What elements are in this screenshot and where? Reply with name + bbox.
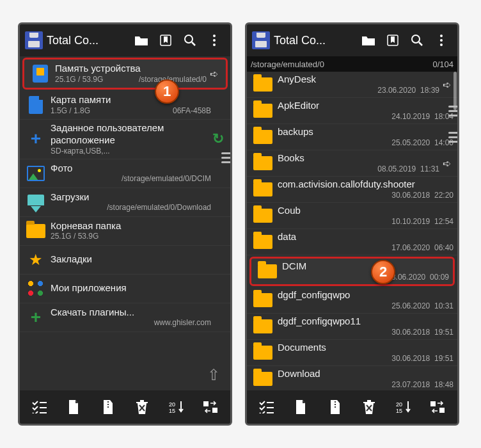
item-apps[interactable]: Мои приложения [20,275,230,303]
svg-point-1 [185,35,193,43]
bottom-toolbar: 2015 [20,390,230,424]
folder-row[interactable]: Coub 10.10.2019 12:54 [247,203,457,229]
svg-rect-28 [335,404,336,405]
svg-rect-35 [439,408,445,413]
folder-name: ApkEditor [278,100,453,112]
zip-icon[interactable] [95,394,122,420]
menu-icon[interactable] [430,28,452,53]
step-2-badge: 2 [371,260,395,284]
home-list: Память устройства 25.1G / 53.9G/storage/… [20,56,230,390]
folder-name: DCIM [282,260,449,273]
download-icon [28,195,44,210]
search-icon[interactable] [179,28,201,53]
bookmark-icon[interactable] [155,28,177,53]
step-1-badge: 1 [155,79,179,104]
folder-row[interactable]: data 17.06.2020 06:40 [247,229,457,255]
refresh-icon[interactable]: ↻ [212,131,224,147]
app-title: Total Co... [274,34,354,47]
new-folder-icon[interactable] [130,28,152,53]
folder-row[interactable]: backups 25.05.2020 14:00 [247,124,457,150]
folder-name: dgdf_configqwpo [278,289,453,301]
folder-row[interactable]: ApkEditor 24.10.2019 18:04 [247,98,457,124]
folder-row[interactable]: Books 08.05.2019 11:31➪ [247,150,457,177]
folder-name: data [278,231,453,243]
folder-name: dgdf_configqwpo11 [278,316,453,328]
apps-icon [28,280,44,297]
drag-handle-icon[interactable] [448,129,457,145]
transfer-icon[interactable] [424,394,451,420]
delete-icon[interactable] [129,394,155,420]
folder-icon [253,182,272,196]
svg-text:15: 15 [169,408,175,414]
zip-icon[interactable] [322,394,349,420]
svg-point-4 [213,39,216,42]
folder-icon [26,224,45,238]
item-device-memory[interactable]: Память устройства 25.1G / 53.9G/storage/… [22,58,228,90]
copy-icon[interactable] [60,394,87,420]
folder-meta: 17.06.2020 06:40 [388,243,453,253]
folder-meta: 10.10.2019 12:54 [388,217,453,227]
svg-rect-17 [212,408,217,413]
folder-meta: 30.06.2018 22:20 [388,191,453,200]
photo-icon [27,166,45,181]
svg-point-3 [213,35,216,37]
item-root-folder[interactable]: Корневая папка 25.1G / 53.9G [20,217,230,246]
menu-icon[interactable] [203,28,225,53]
folder-row[interactable]: Documents 30.06.2018 19:51 [247,340,457,366]
folder-icon [253,346,272,360]
folder-icon [253,209,272,223]
item-user-location[interactable]: + Заданное пользователем расположение SD… [20,120,230,159]
folder-row[interactable]: AnyDesk 23.06.2020 18:39➪ [247,72,457,98]
svg-text:20: 20 [396,401,402,408]
enter-arrow-icon[interactable]: ➪ [439,79,453,91]
path-bar[interactable]: /storage/emulated/0 0/104 [247,56,457,72]
enter-arrow-icon[interactable]: ➪ [439,157,453,170]
drag-handle-icon[interactable] [448,102,457,119]
search-icon[interactable] [406,28,428,53]
svg-rect-27 [335,401,336,403]
item-plugins[interactable]: + Скачать плагины... www.ghisler.com [20,303,230,332]
folder-meta: 30.06.2018 19:51 [388,354,453,364]
file-list: AnyDesk 23.06.2020 18:39➪ApkEditor 24.10… [247,72,457,390]
svg-rect-9 [107,401,109,403]
add-icon: + [31,130,41,148]
app-icon [25,31,43,49]
sort-icon[interactable]: 2015 [390,394,417,420]
folder-row[interactable]: Download 23.07.2018 18:48 [247,366,457,390]
folder-icon [258,264,277,278]
sort-icon[interactable]: 2015 [163,394,190,420]
svg-text:20: 20 [169,401,175,408]
folder-meta: 08.05.2019 11:31 [374,164,439,174]
folder-name: Books [278,152,439,164]
bookmark-icon[interactable] [382,28,404,53]
folder-icon [253,130,272,144]
left-panel: Total Co... Память устройства 25.1G / 53… [18,22,232,426]
plus-icon: + [31,308,41,326]
svg-text:15: 15 [396,408,402,414]
item-bookmarks[interactable]: ★ Закладки [20,246,230,275]
folder-icon [253,77,272,92]
select-icon[interactable] [26,394,53,420]
folder-row[interactable]: dgdf_configqwpo 25.06.2020 10:31 [247,287,457,314]
transfer-icon[interactable] [197,394,224,420]
item-sd-card[interactable]: Карта памяти 1.5G / 1.8G06FA-458B 1 [20,91,230,120]
item-downloads[interactable]: Загрузки /storage/emulated/0/Download [20,188,230,217]
delete-icon[interactable] [356,394,382,420]
select-icon[interactable] [253,394,280,420]
app-title: Total Co... [47,34,127,47]
folder-name: Documents [278,342,453,354]
scroll-up-icon[interactable]: ⇧ [207,366,220,384]
folder-name: Download [278,368,453,380]
item-photos[interactable]: Фото /storage/emulated/0/DCIM [20,159,230,188]
copy-icon[interactable] [287,394,314,420]
folder-row[interactable]: com.activision.callofduty.shooter 30.06.… [247,177,457,203]
svg-point-21 [440,35,443,37]
svg-line-2 [192,42,195,45]
folder-row[interactable]: DCIM 23.06.2020 00:092 [249,257,455,286]
enter-arrow-icon[interactable]: ➪ [207,68,221,80]
folder-meta: 23.07.2018 18:48 [388,380,453,390]
right-panel: Total Co... /storage/emulated/0 0/104 An… [245,22,459,426]
folder-row[interactable]: dgdf_configqwpo11 30.06.2018 19:51 [247,314,457,340]
new-folder-icon[interactable] [358,28,379,53]
toolbar: Total Co... [247,24,457,56]
